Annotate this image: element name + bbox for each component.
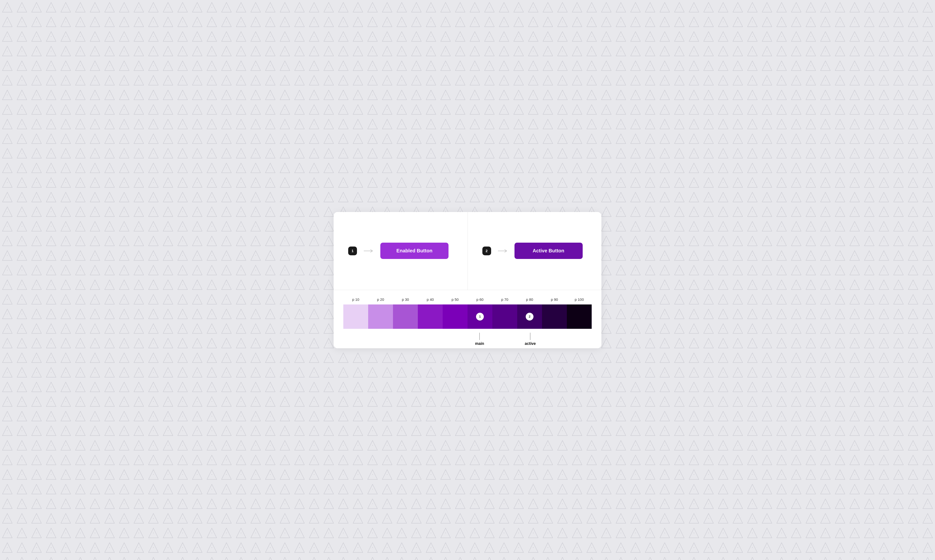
swatch-3 [418, 305, 443, 329]
color-swatches: 12 [344, 305, 591, 329]
scale-label-p90: p 90 [542, 297, 567, 302]
scale-label-p70: p 70 [492, 297, 517, 302]
swatch-badge-main: 1 [476, 313, 484, 320]
enabled-button[interactable]: Enabled Button [380, 243, 448, 259]
annotation-row: mainactive [344, 329, 591, 348]
active-panel: 2 Active Button [467, 212, 602, 290]
scale-label-p20: p 20 [368, 297, 393, 302]
swatch-1 [368, 305, 393, 329]
annotation-label-active: active [525, 342, 536, 346]
scale-label-p50: p 50 [443, 297, 467, 302]
scale-label-p80: p 80 [517, 297, 542, 302]
scale-label-p60: p 60 [467, 297, 492, 302]
enabled-panel: 1 Enabled Button [334, 212, 467, 290]
annotation-label-main: main [475, 342, 484, 346]
arrow-2 [498, 249, 508, 253]
badge-1: 1 [348, 246, 357, 255]
main-card: 1 Enabled Button 2 [334, 212, 601, 348]
annotation-line [479, 333, 480, 340]
scale-label-p30: p 30 [393, 297, 418, 302]
enabled-panel-content: 1 Enabled Button [348, 243, 448, 259]
annotation-line [530, 333, 530, 340]
swatch-9 [567, 305, 591, 329]
color-scale-section: p 10 p 20 p 30 p 40 p 50 p 60 p 70 p 80 … [334, 290, 601, 348]
scale-label-p100: p 100 [567, 297, 591, 302]
scale-label-p10: p 10 [344, 297, 368, 302]
swatch-5: 1 [467, 305, 492, 329]
swatch-badge-active: 2 [526, 313, 533, 320]
scale-label-p40: p 40 [418, 297, 443, 302]
swatch-7: 2 [517, 305, 542, 329]
badge-2: 2 [482, 246, 491, 255]
top-section: 1 Enabled Button 2 [334, 212, 601, 290]
active-panel-content: 2 Active Button [482, 243, 583, 259]
annotation-main: main [475, 333, 484, 346]
swatch-6 [492, 305, 517, 329]
swatch-0 [344, 305, 368, 329]
swatch-4 [443, 305, 467, 329]
swatch-8 [542, 305, 567, 329]
scale-labels-row: p 10 p 20 p 30 p 40 p 50 p 60 p 70 p 80 … [344, 297, 591, 302]
swatch-2 [393, 305, 418, 329]
active-button[interactable]: Active Button [514, 243, 583, 259]
arrow-1 [364, 249, 374, 253]
annotation-active: active [525, 333, 536, 346]
